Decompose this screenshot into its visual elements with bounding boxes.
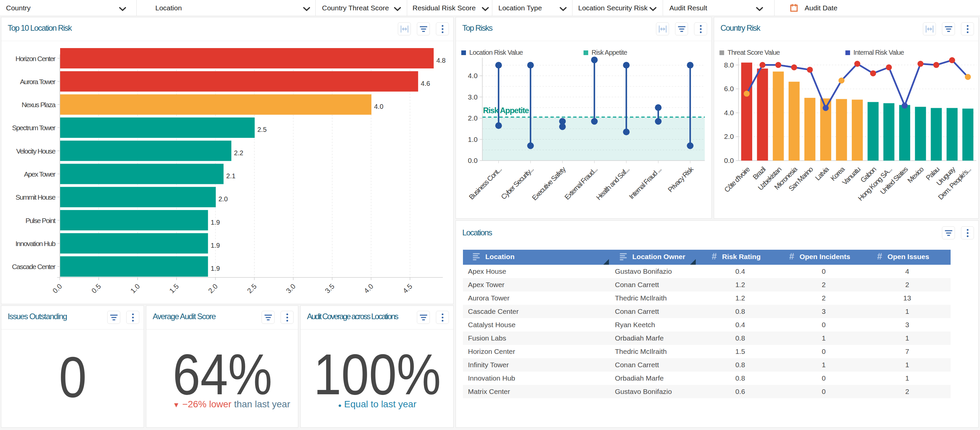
svg-text:Horizon Center: Horizon Center <box>15 55 56 62</box>
svg-text:2.1: 2.1 <box>226 172 235 179</box>
svg-text:0.5: 0.5 <box>90 282 102 295</box>
svg-text:Risk Appetite: Risk Appetite <box>592 49 627 56</box>
svg-text:3.0: 3.0 <box>285 282 297 295</box>
svg-text:4.8: 4.8 <box>436 57 445 64</box>
svg-text:Executive Safety: Executive Safety <box>530 165 567 202</box>
svg-text:Summit House: Summit House <box>15 193 55 201</box>
svg-text:Pulse Point: Pulse Point <box>25 217 56 224</box>
svg-text:Threat Score Value: Threat Score Value <box>727 49 780 56</box>
svg-text:2.0: 2.0 <box>724 133 734 140</box>
svg-text:1.9: 1.9 <box>211 265 220 272</box>
svg-text:0.0: 0.0 <box>724 157 734 164</box>
svg-text:4.0: 4.0 <box>374 103 383 110</box>
svg-text:Cyber Security...: Cyber Security... <box>500 166 535 201</box>
svg-text:4.5: 4.5 <box>401 282 414 295</box>
svg-text:4.0: 4.0 <box>724 109 734 116</box>
svg-text:2.2: 2.2 <box>234 149 243 157</box>
svg-text:Nexus Plaza: Nexus Plaza <box>22 101 56 108</box>
svg-text:Privacy Risk: Privacy Risk <box>667 165 695 194</box>
svg-text:1.0: 1.0 <box>129 282 141 295</box>
svg-text:1.5: 1.5 <box>168 282 180 295</box>
svg-text:1.9: 1.9 <box>211 242 220 249</box>
svg-text:2.0: 2.0 <box>468 114 478 122</box>
svg-text:2.0: 2.0 <box>207 282 219 295</box>
svg-text:8.0: 8.0 <box>724 61 734 69</box>
svg-text:Risk Appetite: Risk Appetite <box>483 106 529 115</box>
svg-text:Location Risk Value: Location Risk Value <box>469 49 523 56</box>
svg-text:2.5: 2.5 <box>258 126 267 133</box>
svg-text:Cascade Center: Cascade Center <box>12 263 56 270</box>
svg-text:Côte d'Ivoire: Côte d'Ivoire <box>723 165 751 194</box>
svg-text:External Fraud...: External Fraud... <box>563 166 599 201</box>
svg-text:2.5: 2.5 <box>245 282 258 295</box>
svg-text:0.0: 0.0 <box>51 282 64 295</box>
svg-text:4.6: 4.6 <box>421 80 430 87</box>
svg-text:Vanuatu: Vanuatu <box>841 165 862 186</box>
svg-text:4.0: 4.0 <box>363 282 375 295</box>
svg-text:3.5: 3.5 <box>323 282 336 295</box>
svg-text:6.0: 6.0 <box>724 85 734 92</box>
svg-text:4.0: 4.0 <box>468 72 478 79</box>
svg-text:1.9: 1.9 <box>211 219 220 226</box>
svg-text:1.0: 1.0 <box>468 136 478 143</box>
svg-text:Health and Saf...: Health and Saf... <box>595 166 631 202</box>
svg-text:Business Cont...: Business Cont... <box>467 166 503 201</box>
svg-text:3.0: 3.0 <box>468 93 478 101</box>
svg-text:Velocity House: Velocity House <box>16 147 55 155</box>
svg-text:Spectrum Tower: Spectrum Tower <box>12 124 56 132</box>
svg-text:Innovation Hub: Innovation Hub <box>15 240 56 248</box>
svg-text:Aurora Tower: Aurora Tower <box>20 78 56 86</box>
svg-text:Apex Tower: Apex Tower <box>24 170 56 178</box>
svg-text:Mexico: Mexico <box>906 165 925 184</box>
svg-text:2.0: 2.0 <box>218 195 228 203</box>
svg-text:0.0: 0.0 <box>468 157 478 164</box>
svg-text:Internal Fraud ...: Internal Fraud ... <box>628 166 663 201</box>
svg-text:Internal Risk Value: Internal Risk Value <box>853 49 904 56</box>
svg-text:Latvia: Latvia <box>814 165 830 182</box>
